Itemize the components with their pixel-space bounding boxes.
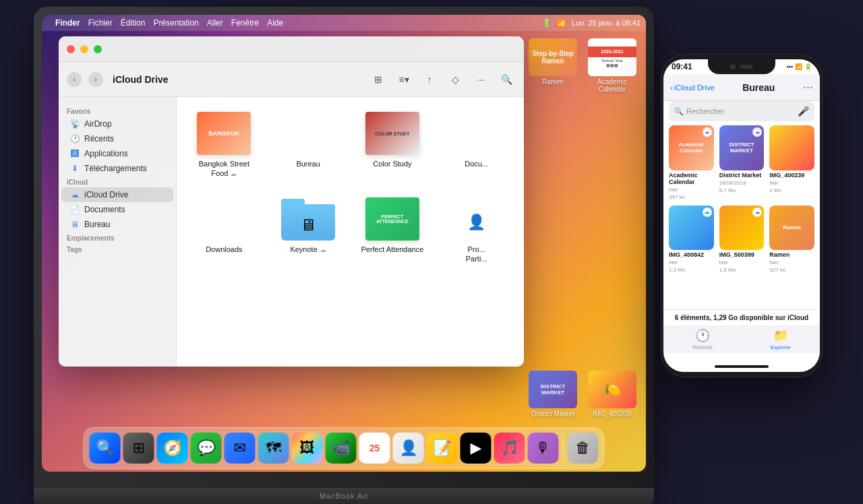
- menubar-battery-icon: 🔋: [542, 19, 552, 28]
- sidebar-item-airdrop[interactable]: 📡 AirDrop: [61, 117, 173, 131]
- iphone-file-district[interactable]: DISTRICT MARKET ☁ District Market 18/06/…: [719, 125, 765, 200]
- dock-icon-safari[interactable]: 🧭: [157, 433, 188, 464]
- finder-sidebar: Favoris 📡 AirDrop 🕐 Récents 🅰 Applicatio…: [59, 97, 177, 367]
- ramen-label: Ramen: [542, 78, 564, 86]
- macbook-bottom-bar: MacBook Air: [34, 488, 654, 504]
- file-color-study[interactable]: COLOR STUDY Color Study: [356, 108, 429, 183]
- iphone-file-img239[interactable]: IMG_400239 hier 2 Mo: [769, 125, 814, 200]
- back-button[interactable]: ‹: [67, 72, 82, 87]
- more-button[interactable]: ···: [471, 70, 490, 89]
- dock-icon-trash[interactable]: 🗑: [568, 433, 599, 464]
- notes-icon: 📝: [433, 439, 451, 457]
- sidebar-airdrop-label: AirDrop: [84, 119, 112, 129]
- menubar: Finder Fichier Édition Présentation Alle…: [42, 15, 646, 31]
- iphone-img239-size: 2 Mo: [769, 187, 781, 193]
- file-perfect-attendance[interactable]: PERFECT ATTENDANCE Perfect Attendance: [356, 193, 429, 268]
- dock-icon-appletv[interactable]: ▶: [460, 433, 492, 464]
- file-pro-parti[interactable]: 👤 Pro...Parti...: [440, 193, 513, 268]
- sidebar-item-applications[interactable]: 🅰 Applications: [61, 146, 173, 161]
- dock-icon-mail[interactable]: ✉: [225, 433, 256, 464]
- dock-icon-music[interactable]: 🎵: [494, 433, 525, 464]
- menu-edition[interactable]: Édition: [121, 18, 146, 28]
- icloud-badge-img500: ☁: [752, 208, 762, 217]
- iphone-search-bar[interactable]: 🔍 Rechercher 🎤: [669, 101, 814, 121]
- dock-icon-launchpad[interactable]: ⊞: [123, 433, 154, 464]
- airdrop-icon: 📡: [69, 119, 80, 129]
- finder-toolbar: ‹ › iCloud Drive ⊞ ≡▾ ↑ ◇ ··· 🔍: [59, 62, 524, 97]
- menu-fenetre[interactable]: Fenêtre: [231, 18, 259, 28]
- view-list-button[interactable]: ≡▾: [394, 70, 413, 89]
- menu-aller[interactable]: Aller: [207, 18, 223, 28]
- sidebar-documents-label: Documents: [84, 205, 125, 214]
- file-keynote[interactable]: 🖥 Keynote ☁: [272, 193, 345, 268]
- menu-presentation[interactable]: Présentation: [153, 18, 198, 28]
- iphone-file-ramen[interactable]: Ramen Ramen hier 327 ko: [769, 206, 814, 274]
- speaker-icon: [740, 65, 753, 69]
- icloud-badge-img400: ☁: [703, 208, 712, 217]
- iphone-file-img400[interactable]: ☁ IMG_400842 hier 1,3 Mo: [669, 206, 714, 274]
- dock-icon-notes[interactable]: 📝: [427, 433, 458, 464]
- perfect-attendance-label: Perfect Attendance: [361, 245, 423, 254]
- recents-icon: 🕐: [69, 133, 80, 144]
- dock-icon-calendar[interactable]: 25: [359, 433, 390, 464]
- maps-icon: 🗺: [266, 439, 281, 457]
- share-button[interactable]: ↑: [420, 70, 439, 89]
- academic-calendar-label: Academic Calendar: [585, 78, 639, 93]
- dock-icon-finder[interactable]: 🔍: [90, 433, 121, 464]
- menubar-time: Lun. 25 janv. à 09:41: [572, 19, 641, 27]
- menu-fichier[interactable]: Fichier: [88, 18, 113, 28]
- iphone-academic-name: Academic Calendar: [669, 172, 714, 185]
- file-bangkok[interactable]: BANGKOK Bangkok Street Food ☁: [187, 108, 261, 183]
- sidebar-item-recents[interactable]: 🕐 Récents: [61, 131, 173, 146]
- iphone-footer-info: 6 éléments, 1,29 Go disponible sur iClou…: [663, 310, 820, 325]
- dock-icon-messages[interactable]: 💬: [191, 433, 222, 464]
- dock-icon-photos[interactable]: 🖼: [292, 433, 323, 464]
- tag-button[interactable]: ◇: [446, 70, 465, 89]
- dock-icon-maps[interactable]: 🗺: [258, 433, 289, 464]
- desktop-icon-district[interactable]: DISTRICT MARKET District Market: [526, 371, 580, 418]
- ramen-thumbnail: Step-by-Step Ramen: [529, 38, 577, 76]
- microphone-icon[interactable]: 🎤: [798, 106, 809, 117]
- iphone-tab-explorer[interactable]: 📁 Explorer: [771, 328, 791, 350]
- maximize-button[interactable]: [94, 45, 102, 53]
- iphone-img400-thumb: ☁: [669, 206, 714, 251]
- perfect-attendance-thumbnail: PERFECT ATTENDANCE: [365, 197, 419, 241]
- sidebar-item-downloads[interactable]: ⬇ Téléchargements: [61, 161, 173, 176]
- file-downloads[interactable]: Downloads: [187, 193, 261, 268]
- sidebar-item-bureau[interactable]: 🖥 Bureau: [61, 217, 173, 232]
- menu-aide[interactable]: Aide: [267, 18, 283, 28]
- search-button[interactable]: 🔍: [497, 70, 516, 89]
- iphone-more-button[interactable]: ···: [803, 80, 813, 94]
- forward-button[interactable]: ›: [88, 72, 103, 87]
- sidebar-item-documents[interactable]: 📄 Documents: [61, 202, 173, 217]
- safari-icon: 🧭: [163, 439, 181, 457]
- desktop-icon-lemon[interactable]: 🍋 IMG_400239: [585, 371, 639, 418]
- desktop-icon-ramen[interactable]: Step-by-Step Ramen Ramen: [526, 38, 580, 93]
- desktop-icon-academic-calendar[interactable]: 2020-2021 School Year▦▦▦ Academic Calend…: [585, 38, 639, 93]
- iphone-back-button[interactable]: ‹ iCloud Drive: [670, 84, 715, 92]
- iphone-file-img500[interactable]: ☁ IMG_500399 hier 1,5 Mo: [719, 206, 765, 274]
- iphone-ramen-size: 327 ko: [769, 267, 785, 273]
- minimize-button[interactable]: [80, 45, 88, 53]
- iphone-img239-thumb: [769, 125, 814, 170]
- file-documents[interactable]: Docu...: [440, 108, 513, 183]
- favorites-section-label: Favoris: [59, 105, 176, 117]
- iphone-nav-title: Bureau: [742, 82, 775, 93]
- dock-icon-podcasts[interactable]: 🎙: [528, 433, 559, 464]
- desktop-icons-bottom: DISTRICT MARKET District Market 🍋 IMG_40…: [526, 371, 639, 418]
- iphone-tab-recents[interactable]: 🕐 Récents: [692, 328, 712, 350]
- dock-icon-contacts[interactable]: 👤: [393, 433, 424, 464]
- music-icon: 🎵: [500, 439, 518, 457]
- iphone-files-grid: Academic Calendar ☁ Academic Calendar hi…: [669, 125, 814, 273]
- view-icon-button[interactable]: ⊞: [369, 70, 388, 89]
- close-button[interactable]: [67, 45, 75, 53]
- sidebar-item-icloud-drive[interactable]: ☁ iCloud Drive: [61, 187, 173, 202]
- dock: 🔍 ⊞ 🧭 💬 ✉ 🗺 🖼 📹 25: [84, 427, 605, 469]
- file-bureau[interactable]: Bureau: [272, 108, 345, 183]
- dock-icon-facetime[interactable]: 📹: [326, 433, 357, 464]
- iphone-file-academic[interactable]: Academic Calendar ☁ Academic Calendar hi…: [669, 125, 714, 200]
- documents-icon: 📄: [69, 204, 80, 215]
- menu-finder[interactable]: Finder: [55, 18, 80, 28]
- iphone-tab-bar: 🕐 Récents 📁 Explorer: [663, 325, 820, 353]
- signal-icon: ▪▪▪: [786, 63, 793, 70]
